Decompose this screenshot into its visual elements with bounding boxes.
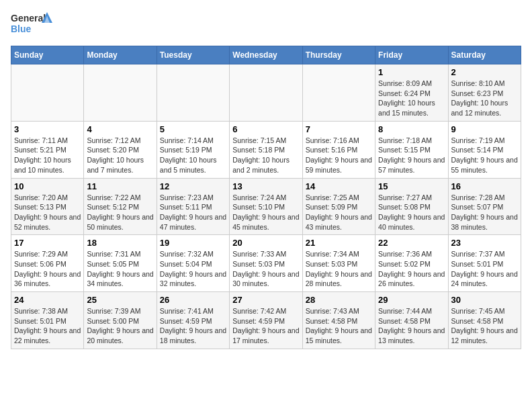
day-number: 16 bbox=[451, 181, 518, 191]
calendar-cell: 18Sunrise: 7:31 AM Sunset: 5:05 PM Dayli… bbox=[84, 235, 157, 292]
calendar-cell: 20Sunrise: 7:33 AM Sunset: 5:03 PM Dayli… bbox=[230, 235, 302, 292]
day-info: Sunrise: 7:19 AM Sunset: 5:14 PM Dayligh… bbox=[451, 136, 518, 175]
day-info: Sunrise: 7:24 AM Sunset: 5:10 PM Dayligh… bbox=[232, 193, 299, 232]
day-info: Sunrise: 7:18 AM Sunset: 5:15 PM Dayligh… bbox=[378, 136, 445, 175]
weekday-header-thursday: Thursday bbox=[302, 46, 375, 64]
day-number: 12 bbox=[160, 181, 226, 191]
day-number: 4 bbox=[87, 124, 153, 134]
day-number: 8 bbox=[378, 124, 445, 134]
day-info: Sunrise: 7:36 AM Sunset: 5:02 PM Dayligh… bbox=[378, 249, 445, 289]
calendar-cell: 19Sunrise: 7:32 AM Sunset: 5:04 PM Dayli… bbox=[157, 235, 229, 292]
calendar-cell: 7Sunrise: 7:16 AM Sunset: 5:16 PM Daylig… bbox=[302, 121, 375, 178]
calendar-week-2: 3Sunrise: 7:11 AM Sunset: 5:21 PM Daylig… bbox=[11, 121, 521, 178]
calendar-cell: 28Sunrise: 7:43 AM Sunset: 4:58 PM Dayli… bbox=[302, 292, 375, 349]
calendar-cell: 9Sunrise: 7:19 AM Sunset: 5:14 PM Daylig… bbox=[448, 121, 521, 178]
day-number: 23 bbox=[451, 238, 518, 248]
calendar-cell: 10Sunrise: 7:20 AM Sunset: 5:13 PM Dayli… bbox=[11, 178, 84, 235]
calendar-week-1: 1Sunrise: 8:09 AM Sunset: 6:24 PM Daylig… bbox=[11, 64, 521, 122]
calendar-cell: 27Sunrise: 7:42 AM Sunset: 4:59 PM Dayli… bbox=[230, 292, 302, 349]
weekday-header-wednesday: Wednesday bbox=[230, 46, 302, 64]
calendar-cell bbox=[230, 64, 302, 122]
calendar-cell bbox=[11, 64, 84, 122]
calendar-cell: 23Sunrise: 7:37 AM Sunset: 5:01 PM Dayli… bbox=[448, 235, 521, 292]
day-info: Sunrise: 7:28 AM Sunset: 5:07 PM Dayligh… bbox=[451, 193, 518, 232]
day-info: Sunrise: 7:14 AM Sunset: 5:19 PM Dayligh… bbox=[160, 136, 226, 175]
day-number: 27 bbox=[232, 295, 299, 305]
day-number: 15 bbox=[378, 181, 445, 191]
logo-svg: General Blue bbox=[11, 11, 58, 38]
calendar-cell: 3Sunrise: 7:11 AM Sunset: 5:21 PM Daylig… bbox=[11, 121, 84, 178]
calendar-cell: 11Sunrise: 7:22 AM Sunset: 5:12 PM Dayli… bbox=[84, 178, 157, 235]
day-number: 11 bbox=[87, 181, 153, 191]
calendar-cell: 2Sunrise: 8:10 AM Sunset: 6:23 PM Daylig… bbox=[448, 64, 521, 122]
day-number: 2 bbox=[451, 67, 518, 77]
day-number: 24 bbox=[14, 295, 81, 305]
day-info: Sunrise: 7:34 AM Sunset: 5:03 PM Dayligh… bbox=[306, 249, 372, 289]
day-info: Sunrise: 7:32 AM Sunset: 5:04 PM Dayligh… bbox=[160, 249, 226, 289]
calendar-table: SundayMondayTuesdayWednesdayThursdayFrid… bbox=[11, 46, 521, 349]
svg-text:Blue: Blue bbox=[11, 24, 32, 34]
day-info: Sunrise: 7:20 AM Sunset: 5:13 PM Dayligh… bbox=[14, 193, 81, 232]
day-info: Sunrise: 7:45 AM Sunset: 4:58 PM Dayligh… bbox=[451, 306, 518, 346]
svg-text:General: General bbox=[11, 13, 46, 24]
calendar-cell: 25Sunrise: 7:39 AM Sunset: 5:00 PM Dayli… bbox=[84, 292, 157, 349]
day-info: Sunrise: 7:44 AM Sunset: 4:58 PM Dayligh… bbox=[378, 306, 445, 346]
calendar-cell: 24Sunrise: 7:38 AM Sunset: 5:01 PM Dayli… bbox=[11, 292, 84, 349]
day-info: Sunrise: 7:37 AM Sunset: 5:01 PM Dayligh… bbox=[451, 249, 518, 289]
day-number: 3 bbox=[14, 124, 81, 134]
day-number: 29 bbox=[378, 295, 445, 305]
day-info: Sunrise: 7:15 AM Sunset: 5:18 PM Dayligh… bbox=[232, 136, 299, 175]
calendar-cell: 8Sunrise: 7:18 AM Sunset: 5:15 PM Daylig… bbox=[375, 121, 448, 178]
day-number: 9 bbox=[451, 124, 518, 134]
day-number: 10 bbox=[14, 181, 81, 191]
calendar-cell bbox=[157, 64, 229, 122]
day-info: Sunrise: 7:29 AM Sunset: 5:06 PM Dayligh… bbox=[14, 249, 81, 289]
day-info: Sunrise: 7:25 AM Sunset: 5:09 PM Dayligh… bbox=[306, 193, 372, 232]
day-number: 25 bbox=[87, 295, 153, 305]
day-number: 26 bbox=[160, 295, 226, 305]
day-info: Sunrise: 7:16 AM Sunset: 5:16 PM Dayligh… bbox=[306, 136, 372, 175]
day-number: 19 bbox=[160, 238, 226, 248]
day-number: 20 bbox=[232, 238, 299, 248]
day-info: Sunrise: 8:10 AM Sunset: 6:23 PM Dayligh… bbox=[451, 79, 518, 118]
day-info: Sunrise: 7:43 AM Sunset: 4:58 PM Dayligh… bbox=[306, 306, 372, 346]
logo: General Blue bbox=[11, 11, 58, 38]
day-number: 30 bbox=[451, 295, 518, 305]
day-info: Sunrise: 7:11 AM Sunset: 5:21 PM Dayligh… bbox=[14, 136, 81, 175]
calendar-cell: 13Sunrise: 7:24 AM Sunset: 5:10 PM Dayli… bbox=[230, 178, 302, 235]
day-number: 6 bbox=[232, 124, 299, 134]
weekday-header-monday: Monday bbox=[84, 46, 157, 64]
day-number: 13 bbox=[232, 181, 299, 191]
day-info: Sunrise: 7:39 AM Sunset: 5:00 PM Dayligh… bbox=[87, 306, 153, 346]
day-number: 1 bbox=[378, 67, 445, 77]
calendar-week-3: 10Sunrise: 7:20 AM Sunset: 5:13 PM Dayli… bbox=[11, 178, 521, 235]
day-number: 22 bbox=[378, 238, 445, 248]
day-info: Sunrise: 7:33 AM Sunset: 5:03 PM Dayligh… bbox=[232, 249, 299, 289]
weekday-header-friday: Friday bbox=[375, 46, 448, 64]
calendar-cell: 16Sunrise: 7:28 AM Sunset: 5:07 PM Dayli… bbox=[448, 178, 521, 235]
day-info: Sunrise: 7:27 AM Sunset: 5:08 PM Dayligh… bbox=[378, 193, 445, 232]
calendar-cell: 21Sunrise: 7:34 AM Sunset: 5:03 PM Dayli… bbox=[302, 235, 375, 292]
calendar-cell: 26Sunrise: 7:41 AM Sunset: 4:59 PM Dayli… bbox=[157, 292, 229, 349]
day-info: Sunrise: 7:31 AM Sunset: 5:05 PM Dayligh… bbox=[87, 249, 153, 289]
calendar-cell: 29Sunrise: 7:44 AM Sunset: 4:58 PM Dayli… bbox=[375, 292, 448, 349]
day-info: Sunrise: 8:09 AM Sunset: 6:24 PM Dayligh… bbox=[378, 79, 445, 118]
calendar-cell: 6Sunrise: 7:15 AM Sunset: 5:18 PM Daylig… bbox=[230, 121, 302, 178]
day-info: Sunrise: 7:12 AM Sunset: 5:20 PM Dayligh… bbox=[87, 136, 153, 175]
day-info: Sunrise: 7:22 AM Sunset: 5:12 PM Dayligh… bbox=[87, 193, 153, 232]
day-number: 17 bbox=[14, 238, 81, 248]
calendar-cell: 1Sunrise: 8:09 AM Sunset: 6:24 PM Daylig… bbox=[375, 64, 448, 122]
day-number: 21 bbox=[306, 238, 372, 248]
calendar-cell: 14Sunrise: 7:25 AM Sunset: 5:09 PM Dayli… bbox=[302, 178, 375, 235]
calendar-cell: 15Sunrise: 7:27 AM Sunset: 5:08 PM Dayli… bbox=[375, 178, 448, 235]
weekday-header-saturday: Saturday bbox=[448, 46, 521, 64]
calendar-week-5: 24Sunrise: 7:38 AM Sunset: 5:01 PM Dayli… bbox=[11, 292, 521, 349]
day-number: 7 bbox=[306, 124, 372, 134]
calendar-cell bbox=[84, 64, 157, 122]
calendar-cell: 4Sunrise: 7:12 AM Sunset: 5:20 PM Daylig… bbox=[84, 121, 157, 178]
day-number: 14 bbox=[306, 181, 372, 191]
page-header: General Blue bbox=[11, 11, 521, 38]
calendar-cell: 30Sunrise: 7:45 AM Sunset: 4:58 PM Dayli… bbox=[448, 292, 521, 349]
calendar-cell: 5Sunrise: 7:14 AM Sunset: 5:19 PM Daylig… bbox=[157, 121, 229, 178]
calendar-cell: 12Sunrise: 7:23 AM Sunset: 5:11 PM Dayli… bbox=[157, 178, 229, 235]
